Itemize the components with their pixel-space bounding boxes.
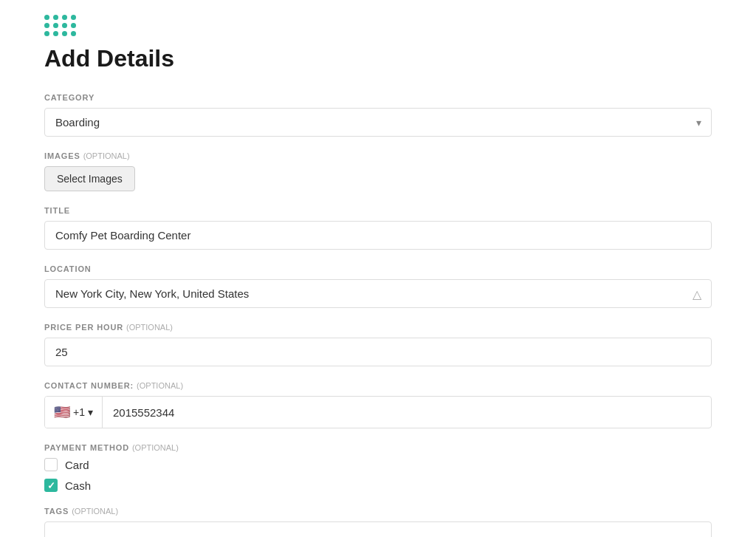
category-select-wrapper: Boarding Grooming Training Walking Dayca…: [44, 108, 712, 137]
decorative-dots: [44, 15, 712, 36]
title-input[interactable]: [44, 221, 712, 250]
payment-card-option: Card: [44, 458, 712, 471]
cash-checkbox[interactable]: [44, 479, 58, 492]
price-section: PRICE PER HOUR (OPTIONAL): [44, 323, 712, 366]
prefix-chevron: ▾: [88, 406, 93, 418]
tags-section: TAGS (OPTIONAL): [44, 507, 712, 537]
payment-label: PAYMENT METHOD (OPTIONAL): [44, 443, 712, 452]
phone-input[interactable]: [103, 399, 711, 426]
location-label: LOCATION: [44, 264, 712, 273]
title-section: TITLE: [44, 206, 712, 250]
phone-prefix[interactable]: 🇺🇸 +1 ▾: [45, 397, 103, 428]
title-label: TITLE: [44, 206, 712, 215]
select-images-button[interactable]: Select Images: [44, 166, 135, 191]
tags-label: TAGS (OPTIONAL): [44, 507, 712, 516]
card-label: Card: [65, 459, 89, 471]
category-section: CATEGORY Boarding Grooming Training Walk…: [44, 93, 712, 137]
contact-label: CONTACT NUMBER: (OPTIONAL): [44, 381, 712, 390]
price-label: PRICE PER HOUR (OPTIONAL): [44, 323, 712, 332]
contact-section: CONTACT NUMBER: (OPTIONAL) 🇺🇸 +1 ▾: [44, 381, 712, 428]
flag-icon: 🇺🇸: [54, 404, 70, 420]
payment-section: PAYMENT METHOD (OPTIONAL) Card Cash: [44, 443, 712, 492]
payment-cash-option: Cash: [44, 479, 712, 492]
phone-wrapper: 🇺🇸 +1 ▾: [44, 396, 712, 428]
card-checkbox[interactable]: [44, 458, 58, 471]
images-label: IMAGES (OPTIONAL): [44, 151, 712, 160]
category-label: CATEGORY: [44, 93, 712, 102]
cash-label: Cash: [65, 479, 91, 492]
price-input[interactable]: [44, 338, 712, 366]
location-wrapper: △: [44, 279, 712, 308]
category-select[interactable]: Boarding Grooming Training Walking Dayca…: [44, 108, 712, 137]
location-section: LOCATION △: [44, 264, 712, 308]
images-section: IMAGES (OPTIONAL) Select Images: [44, 151, 712, 191]
location-icon: △: [693, 287, 701, 301]
location-input[interactable]: [44, 279, 712, 308]
country-code: +1: [73, 406, 85, 418]
page-title: Add Details: [44, 45, 712, 72]
tags-input[interactable]: [44, 521, 712, 537]
